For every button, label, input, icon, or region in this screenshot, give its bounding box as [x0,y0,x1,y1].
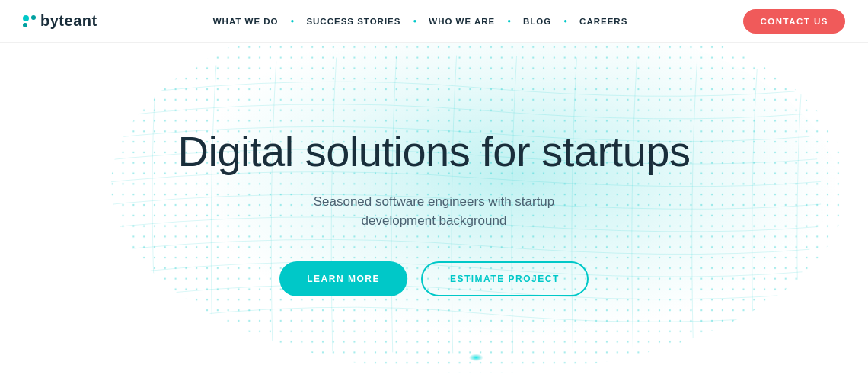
logo-dot-1 [23,15,29,21]
logo[interactable]: byteant [23,12,97,30]
hero-buttons: LEARN MORE ESTIMATE PROJECT [178,261,691,296]
navbar: byteant WHAT WE DO ● SUCCESS STORIES ● W… [0,0,868,43]
logo-text: byteant [40,12,97,30]
nav-item-success-stories[interactable]: SUCCESS STORIES [294,17,413,26]
logo-dots [23,15,36,27]
svg-point-4 [426,317,516,362]
nav-link-who-we-are[interactable]: WHO WE ARE [416,17,507,26]
nav-link-success-stories[interactable]: SUCCESS STORIES [294,17,413,26]
nav-item-blog[interactable]: BLOG [511,17,563,26]
nav-item-careers[interactable]: CAREERS [567,17,640,26]
nav-item-who-we-are[interactable]: WHO WE ARE [416,17,507,26]
hero-content: Digital solutions for startups Seasoned … [163,127,706,296]
nav-link-careers[interactable]: CAREERS [567,17,640,26]
estimate-project-button[interactable]: ESTIMATE PROJECT [421,261,589,296]
logo-dot-3 [23,23,27,27]
nav-item-what-we-do[interactable]: WHAT WE DO [201,17,291,26]
hero-title: Digital solutions for startups [178,127,691,176]
nav-links: WHAT WE DO ● SUCCESS STORIES ● WHO WE AR… [201,17,640,26]
contact-button[interactable]: CONTACT US [743,9,845,34]
hero-section: // This won't run in SVG context, using … [0,43,868,381]
logo-dot-2 [31,15,36,20]
nav-link-what-we-do[interactable]: WHAT WE DO [201,17,291,26]
hero-subtitle: Seasoned software engineers with startup… [178,192,691,231]
nav-link-blog[interactable]: BLOG [511,17,563,26]
learn-more-button[interactable]: LEARN MORE [279,261,407,296]
